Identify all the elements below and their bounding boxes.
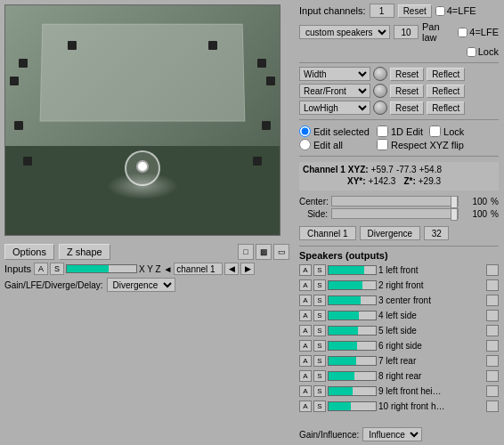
spk-bar-8 bbox=[328, 371, 377, 381]
lowhigh-reset-btn[interactable]: Reset bbox=[390, 101, 424, 115]
rear-front-select[interactable]: Rear/Front bbox=[299, 84, 370, 98]
channel-mini-btn-1[interactable]: A bbox=[34, 263, 48, 275]
width-row: Width Reset Reflect bbox=[299, 67, 499, 81]
1d-edit-checkbox[interactable] bbox=[377, 125, 388, 137]
respect-xyz-checkbox[interactable] bbox=[377, 139, 388, 150]
edit-section: Edit selected Edit all 1D Edit Lock Resp… bbox=[299, 125, 499, 150]
lowhigh-reflect-btn[interactable]: Reflect bbox=[427, 101, 465, 115]
speaker-row-8: A S 8 right rear bbox=[299, 368, 499, 383]
channel-button[interactable]: Channel 1 bbox=[299, 226, 356, 240]
pan-law-label: Pan law bbox=[422, 21, 454, 43]
gain-select[interactable]: Divergence bbox=[107, 278, 175, 292]
spk-right-btn-9[interactable] bbox=[486, 385, 499, 397]
spk-s-btn-1[interactable]: S bbox=[313, 264, 326, 276]
spk-s-btn-7[interactable]: S bbox=[313, 355, 326, 367]
width-select[interactable]: Width bbox=[299, 67, 370, 81]
influence-select[interactable]: Influence bbox=[362, 427, 422, 441]
channel-name-input[interactable] bbox=[174, 263, 223, 275]
spk-s-btn-5[interactable]: S bbox=[313, 325, 326, 336]
view-icon-3[interactable]: ▭ bbox=[273, 244, 289, 260]
side-label: Side: bbox=[299, 209, 328, 219]
channel-mini-btn-2[interactable]: S bbox=[50, 263, 64, 275]
side-slider-thumb[interactable] bbox=[451, 208, 458, 221]
speaker-row-3: A S 3 center front bbox=[299, 293, 499, 307]
spk-right-btn-5[interactable] bbox=[486, 325, 499, 336]
spk-s-btn-3[interactable]: S bbox=[313, 295, 326, 306]
spk-a-btn-1[interactable]: A bbox=[299, 264, 312, 276]
spk-right-btn-4[interactable] bbox=[486, 310, 499, 321]
spk-s-btn-2[interactable]: S bbox=[313, 279, 326, 291]
reset-button-top[interactable]: Reset bbox=[398, 4, 432, 18]
speaker-row-5: A S 5 left side bbox=[299, 323, 499, 337]
center-label: Center: bbox=[299, 197, 328, 206]
speaker-dot bbox=[257, 59, 266, 68]
spk-a-btn-7[interactable]: A bbox=[299, 355, 312, 367]
spk-a-btn-6[interactable]: A bbox=[299, 340, 312, 352]
speakers-header: Speakers (outputs) bbox=[299, 250, 388, 261]
channel-divergence-row: Channel 1 Divergence bbox=[299, 226, 499, 240]
rear-front-knob[interactable] bbox=[373, 84, 387, 98]
spk-a-btn-4[interactable]: A bbox=[299, 310, 312, 321]
center-slider-track[interactable] bbox=[331, 196, 459, 206]
lock-edit-checkbox[interactable] bbox=[429, 125, 441, 137]
spk-a-btn-2[interactable]: A bbox=[299, 279, 312, 291]
lowhigh-select[interactable]: LowHigh bbox=[299, 101, 370, 115]
spk-right-btn-3[interactable] bbox=[486, 295, 499, 306]
selected-speaker[interactable] bbox=[136, 160, 149, 173]
spk-bar-fill-6 bbox=[329, 342, 357, 350]
input-channels-input[interactable] bbox=[370, 4, 394, 18]
custom-speakers-select[interactable]: custom speakers bbox=[299, 25, 390, 39]
spk-a-btn-3[interactable]: A bbox=[299, 295, 312, 306]
speaker-dot bbox=[68, 41, 77, 50]
speaker-dot bbox=[14, 121, 23, 130]
spk-right-btn-7[interactable] bbox=[486, 355, 499, 367]
side-value: 100 bbox=[462, 209, 487, 219]
spk-s-btn-10[interactable]: S bbox=[313, 400, 326, 412]
view-icon-1[interactable]: □ bbox=[238, 244, 254, 260]
width-knob[interactable] bbox=[373, 67, 387, 81]
spk-right-btn-6[interactable] bbox=[486, 340, 499, 352]
center-pct: % bbox=[491, 197, 499, 206]
spk-name-10: 10 right front h… bbox=[378, 401, 484, 411]
channel-nav-right[interactable]: ▶ bbox=[240, 263, 255, 275]
separator-4 bbox=[299, 246, 499, 247]
right-panel: Input channels: Reset 4=LFE custom speak… bbox=[294, 0, 504, 445]
lfe-checkbox[interactable] bbox=[435, 6, 445, 16]
spk-s-btn-8[interactable]: S bbox=[313, 370, 326, 382]
lock-checkbox[interactable] bbox=[467, 47, 476, 57]
spk-s-btn-4[interactable]: S bbox=[313, 310, 326, 321]
divergence-button[interactable]: Divergence bbox=[360, 226, 421, 240]
3d-view bbox=[4, 4, 280, 236]
lowhigh-knob[interactable] bbox=[373, 101, 387, 115]
spk-a-btn-8[interactable]: A bbox=[299, 370, 312, 382]
spk-a-btn-5[interactable]: A bbox=[299, 325, 312, 336]
divergence-value-input[interactable] bbox=[424, 226, 449, 240]
channel-nav-left[interactable]: ◀ bbox=[224, 263, 239, 275]
width-reset-btn[interactable]: Reset bbox=[390, 68, 424, 81]
edit-all-radio[interactable] bbox=[299, 139, 311, 150]
edit-selected-radio[interactable] bbox=[299, 125, 311, 137]
spk-a-btn-10[interactable]: A bbox=[299, 400, 312, 412]
spk-a-btn-9[interactable]: A bbox=[299, 385, 312, 397]
lock-checkbox-group: Lock bbox=[467, 46, 499, 57]
z-shape-button[interactable]: Z shape bbox=[59, 244, 110, 260]
spk-right-btn-8[interactable] bbox=[486, 370, 499, 382]
spk-name-6: 6 right side bbox=[378, 341, 484, 351]
side-slider-track[interactable] bbox=[331, 208, 459, 219]
speaker-row-10: A S 10 right front h… bbox=[299, 399, 499, 413]
spk-right-btn-10[interactable] bbox=[486, 400, 499, 412]
width-reflect-btn[interactable]: Reflect bbox=[427, 68, 465, 81]
spk-right-btn-2[interactable] bbox=[486, 279, 499, 291]
speaker-row-2: A S 2 right front bbox=[299, 278, 499, 292]
spk-s-btn-9[interactable]: S bbox=[313, 385, 326, 397]
spk-bar-fill-5 bbox=[329, 327, 358, 335]
spk-right-btn-1[interactable] bbox=[486, 264, 499, 276]
spk-s-btn-6[interactable]: S bbox=[313, 340, 326, 352]
rear-front-reflect-btn[interactable]: Reflect bbox=[427, 85, 465, 98]
lfe2-checkbox[interactable] bbox=[458, 28, 467, 37]
pan-law-input[interactable] bbox=[394, 25, 419, 39]
options-button[interactable]: Options bbox=[4, 244, 54, 260]
center-slider-thumb[interactable] bbox=[451, 196, 458, 208]
view-icon-2[interactable]: ▩ bbox=[256, 244, 272, 260]
rear-front-reset-btn[interactable]: Reset bbox=[390, 85, 424, 98]
